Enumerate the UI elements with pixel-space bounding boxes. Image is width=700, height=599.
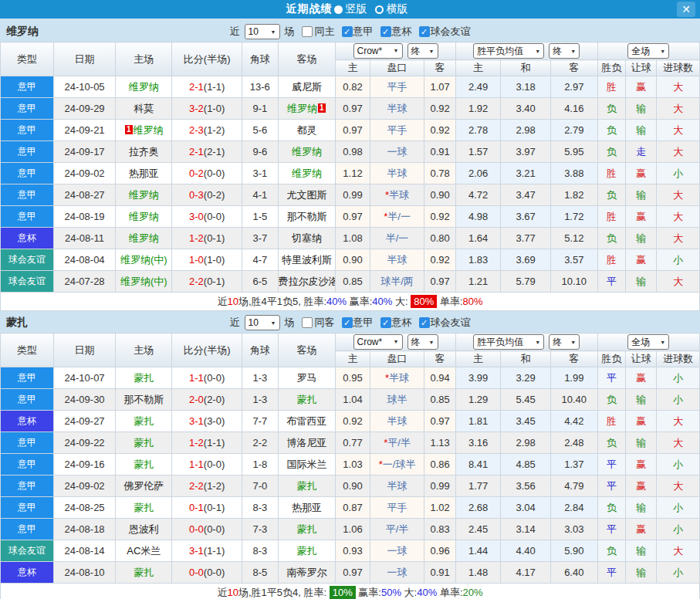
half-time-score: (2-1) <box>204 146 225 157</box>
results-table-2: 类型日期主场比分(半场)角球客场Crow*▼终▼胜平负均值▼终▼全场▼主盘口客主… <box>0 333 700 584</box>
league-filter-checkbox-1[interactable]: ✓ <box>342 26 353 37</box>
handicap-label: 一球 <box>387 567 407 578</box>
cell-score: 1-2(1-1) <box>172 432 242 454</box>
match-count-select-value: 10 <box>249 317 259 328</box>
scope-select[interactable]: 全场▼ <box>627 334 669 350</box>
half-time-score: (1-2) <box>204 124 225 136</box>
column-header-5: 角球 <box>242 42 278 76</box>
cell-handicap-result: 走 <box>625 141 656 163</box>
horizontal-radio[interactable] <box>375 5 384 14</box>
summary-segment: 胜率: <box>303 295 326 309</box>
half-time-score: (0-0) <box>204 459 225 470</box>
home-team: 热那亚 <box>129 168 159 179</box>
cell-draw-avg: 3.69 <box>501 249 551 271</box>
cell-score: 1-2(0-1) <box>172 228 242 249</box>
cell-handicap: *半/一 <box>370 206 424 228</box>
cell-league: 意甲 <box>1 76 54 98</box>
league-filter-label: 意杯 <box>392 25 412 39</box>
away-team: 特里波利斯 <box>282 254 332 266</box>
cell-league: 意甲 <box>1 475 54 497</box>
handicap-final-select[interactable]: 终▼ <box>407 43 438 59</box>
cell-away-team: 维罗纳 <box>278 163 336 184</box>
full-time-score: 2-2 <box>189 276 204 287</box>
cell-league: 意甲 <box>1 432 54 454</box>
cell-handicap: *一/球半 <box>370 454 424 475</box>
unit-label: 场 <box>285 25 295 39</box>
cell-win-avg: 4.98 <box>455 206 501 228</box>
match-row: 球会友谊24-08-04维罗纳(中)1-0(1-0)4-7特里波利斯0.90半球… <box>1 249 700 271</box>
home-team-label: 恩波利 <box>129 523 159 535</box>
bookmaker-select[interactable]: Crow*▼ <box>353 334 403 350</box>
vertical-radio-label[interactable]: 竖版 <box>346 2 367 16</box>
away-team-label: 国际米兰 <box>286 459 326 470</box>
team-section-1: 维罗纳近10▼场同主✓意甲✓意杯✓球会友谊类型日期主场比分(半场)角球客场Cro… <box>0 22 700 311</box>
cell-handicap-result: 赢 <box>625 475 656 497</box>
match-row: 意甲24-09-02热那亚0-2(0-0)3-1维罗纳1.12半球0.782.0… <box>1 163 700 184</box>
match-row: 意甲24-08-27维罗纳0-3(0-2)4-1尤文图斯0.99*半球0.904… <box>1 184 700 206</box>
cell-date: 24-09-22 <box>53 432 116 454</box>
cell-home-odds: 1.12 <box>336 163 370 184</box>
column-header-4: 比分(半场) <box>172 333 242 367</box>
scope-select[interactable]: 全场▼ <box>627 43 669 59</box>
cell-goals-result: 大 <box>657 540 700 562</box>
cell-away-team: 蒙扎 <box>278 389 336 411</box>
cell-home-odds: 0.99 <box>336 184 370 206</box>
horizontal-radio-label[interactable]: 横版 <box>387 2 408 16</box>
column-header-2: 日期 <box>53 333 116 367</box>
bookmaker-select[interactable]: Crow*▼ <box>353 43 403 59</box>
cell-draw-avg: 3.29 <box>501 367 551 389</box>
cell-date: 24-08-27 <box>53 184 116 206</box>
match-count-select[interactable]: 10▼ <box>245 315 280 330</box>
same-venue-checkbox[interactable] <box>302 317 313 328</box>
home-team-label: 维罗纳 <box>129 211 159 222</box>
away-team-label: 热那亚 <box>292 502 322 513</box>
match-count-select[interactable]: 10▼ <box>245 24 280 39</box>
handicap-label: 平手 <box>387 81 407 93</box>
cell-result: 平 <box>597 271 625 293</box>
league-filter-checkbox-3[interactable]: ✓ <box>419 26 430 37</box>
away-team: 蒙扎 <box>296 545 316 557</box>
cell-score: 2-2(1-2) <box>172 475 242 497</box>
cell-corners: 5-6 <box>242 120 278 141</box>
chevron-down-icon: ▼ <box>660 340 665 345</box>
cell-home-odds: 0.97 <box>336 562 370 584</box>
same-venue-checkbox[interactable] <box>302 26 313 37</box>
chevron-down-icon: ▼ <box>429 49 435 54</box>
summary-row: 近10场,胜1平5负4, 胜率: 10% 赢率:50% 大:40% 单率:20% <box>0 584 700 599</box>
avg-odds-select[interactable]: 胜平负均值▼ <box>473 43 544 59</box>
cell-goals-result: 小 <box>657 367 700 389</box>
cell-date: 24-08-19 <box>53 206 116 228</box>
away-team: 维罗纳1 <box>287 103 326 114</box>
home-team: 维罗纳 <box>129 189 159 201</box>
league-filter-checkbox-3[interactable]: ✓ <box>419 317 430 328</box>
avg-final-select[interactable]: 终▼ <box>549 334 580 350</box>
cell-date: 24-08-04 <box>53 249 116 271</box>
cell-win-avg: 1.81 <box>455 411 501 432</box>
handicap-final-select[interactable]: 终▼ <box>407 334 438 350</box>
cell-score: 1-1(0-0) <box>172 454 242 475</box>
league-filter-label: 意甲 <box>353 316 374 330</box>
avg-final-select[interactable]: 终▼ <box>549 43 580 59</box>
league-filter-checkbox-1[interactable]: ✓ <box>342 317 353 328</box>
cell-home-odds: 0.97 <box>336 206 370 228</box>
cell-score: 2-1(1-1) <box>172 76 242 98</box>
home-team-label: 维罗纳 <box>129 81 159 93</box>
half-time-score: (0-2) <box>204 189 225 201</box>
cell-handicap: *半球 <box>370 367 424 389</box>
page-title: 近期战绩 <box>286 2 333 16</box>
avg-odds-select[interactable]: 胜平负均值▼ <box>473 334 544 350</box>
league-filter-checkbox-2[interactable]: ✓ <box>380 317 391 328</box>
away-team-label: 费拉尔皮沙洛 <box>279 276 336 287</box>
close-button[interactable]: ✕ <box>677 2 695 17</box>
cell-lose-avg: 10.40 <box>550 389 597 411</box>
match-row: 意杯24-08-10蒙扎0-0(0-0)8-5南蒂罗尔0.97一球0.911.4… <box>1 562 700 584</box>
cell-win-avg: 2.78 <box>455 120 501 141</box>
vertical-radio[interactable] <box>334 5 343 14</box>
sub-header-1: 主 <box>336 351 370 367</box>
full-time-score: 3-2 <box>189 103 204 114</box>
cell-home-odds: 0.85 <box>336 271 370 293</box>
summary-segment: 40% <box>417 587 437 598</box>
home-team: 蒙扎 <box>134 415 154 427</box>
summary-segment: 80% <box>411 295 437 308</box>
league-filter-checkbox-2[interactable]: ✓ <box>380 26 391 37</box>
